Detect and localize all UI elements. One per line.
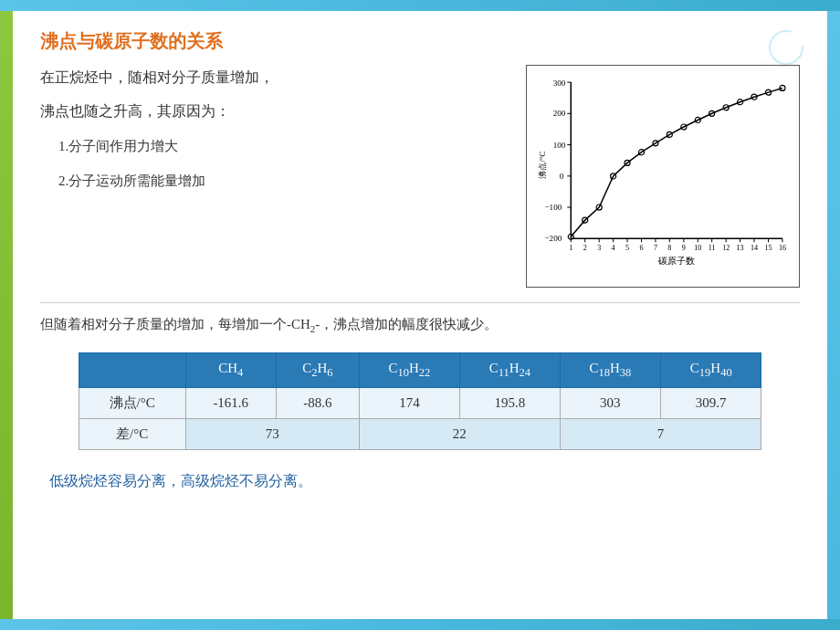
- table-header-ch4: CH4: [185, 353, 276, 388]
- chart-container: 300 200 100 0 −100 −200: [526, 65, 800, 288]
- svg-text:13: 13: [737, 244, 744, 252]
- svg-point-1: [786, 31, 804, 49]
- table-cell-bp-c19h40: 309.7: [661, 388, 761, 419]
- left-bar: [0, 11, 13, 619]
- table-header-c18h38: C18H38: [560, 353, 660, 388]
- bottom-bar: [0, 619, 840, 630]
- table-header-empty: [79, 353, 185, 388]
- svg-text:200: 200: [553, 109, 566, 118]
- section-title: 沸点与碳原子数的关系: [40, 29, 800, 54]
- table-cell-bp-c11h24: 195.8: [460, 388, 561, 419]
- svg-text:1: 1: [569, 244, 572, 252]
- content-area: 沸点与碳原子数的关系 在正烷烃中，随相对分子质量增加， 沸点也随之升高，其原因为…: [13, 11, 827, 619]
- svg-text:4: 4: [612, 244, 615, 252]
- table-header-row: CH4 C2H6 C10H22 C11H24 C18H38: [79, 353, 761, 388]
- table-cell-bp-c18h38: 303: [560, 388, 660, 419]
- svg-text:14: 14: [751, 244, 758, 252]
- svg-text:7: 7: [654, 244, 657, 252]
- middle-text: 但随着相对分子质量的增加，每增加一个-CH2-，沸点增加的幅度很快减少。: [40, 312, 800, 339]
- table-header-c19h40: C19H40: [661, 353, 761, 388]
- boiling-point-chart: 300 200 100 0 −100 −200: [534, 73, 792, 276]
- svg-text:2: 2: [583, 244, 587, 252]
- conclusion-text: 低级烷烃容易分离，高级烷烃不易分离。: [40, 468, 800, 495]
- svg-text:0: 0: [560, 172, 564, 181]
- svg-text:8: 8: [667, 244, 671, 252]
- point1: 1.分子间作用力增大: [58, 132, 508, 160]
- svg-text:碳原子数: 碳原子数: [657, 256, 695, 266]
- svg-text:10: 10: [694, 244, 701, 252]
- main-container: 沸点与碳原子数的关系 在正烷烃中，随相对分子质量增加， 沸点也随之升高，其原因为…: [0, 0, 840, 630]
- table-label-diff: 差/°C: [79, 419, 185, 450]
- table-row-diff: 差/°C 73 22 7: [79, 419, 761, 450]
- svg-text:9: 9: [682, 244, 686, 252]
- table-cell-bp-c2h6: -88.6: [276, 388, 359, 419]
- para2: 沸点也随之升高，其原因为：: [40, 99, 508, 125]
- table-cell-diff-3: 7: [560, 419, 761, 450]
- svg-text:100: 100: [553, 141, 566, 150]
- point2: 2.分子运动所需能量增加: [58, 167, 508, 194]
- svg-text:12: 12: [722, 244, 730, 252]
- svg-text:3: 3: [597, 244, 601, 252]
- table-header-c10h22: C10H22: [359, 353, 459, 388]
- table-header-c2h6: C2H6: [276, 353, 359, 388]
- svg-text:−100: −100: [545, 203, 562, 212]
- right-bar: [827, 11, 840, 619]
- table-cell-bp-ch4: -161.6: [185, 388, 276, 419]
- svg-text:300: 300: [553, 79, 566, 88]
- table-cell-bp-c10h22: 174: [359, 388, 459, 419]
- svg-text:16: 16: [779, 244, 786, 252]
- table-row-boiling: 沸点/°C -161.6 -88.6 174 195.8 303 309.7: [79, 388, 761, 419]
- table-header-c11h24: C11H24: [460, 353, 561, 388]
- svg-text:−200: −200: [545, 234, 562, 243]
- top-bar: [0, 0, 840, 11]
- svg-text:6: 6: [640, 244, 644, 252]
- para1: 在正烷烃中，随相对分子质量增加，: [40, 65, 508, 91]
- table-cell-diff-2: 22: [359, 419, 560, 450]
- svg-text:15: 15: [764, 244, 772, 252]
- table-cell-diff-1: 73: [185, 419, 359, 450]
- svg-text:5: 5: [625, 244, 629, 252]
- svg-text:沸点/°C: 沸点/°C: [538, 152, 547, 179]
- table-label-boiling: 沸点/°C: [79, 388, 185, 419]
- points-block: 1.分子间作用力增大 2.分子运动所需能量增加: [40, 132, 508, 194]
- main-layout: 在正烷烃中，随相对分子质量增加， 沸点也随之升高，其原因为： 1.分子间作用力增…: [40, 65, 800, 288]
- svg-text:11: 11: [709, 244, 716, 252]
- data-table: CH4 C2H6 C10H22 C11H24 C18H38: [79, 352, 762, 450]
- left-text-block: 在正烷烃中，随相对分子质量增加， 沸点也随之升高，其原因为： 1.分子间作用力增…: [40, 65, 508, 202]
- divider: [40, 302, 800, 303]
